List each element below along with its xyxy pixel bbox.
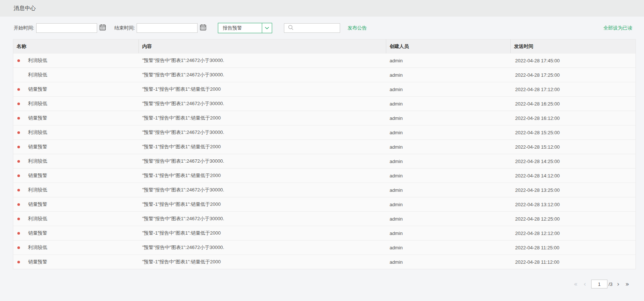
message-content: "预警-1"报告中"图表1":销量低于2000 [139, 226, 386, 240]
message-content: "预警"报告中"图表1":24672小于30000. [139, 68, 386, 82]
publish-announcement-link[interactable]: 发布公告 [347, 25, 367, 31]
message-time: 2022-04-28 13:12:00 [511, 197, 636, 211]
message-time: 2022-04-28 13:25:00 [511, 183, 636, 197]
message-content: "预警"报告中"图表1":24672小于30000. [139, 212, 386, 226]
message-time: 2022-04-28 17:25:00 [511, 68, 636, 82]
table-row[interactable]: 销量预警 "预警-1"报告中"图表1":销量低于2000 admin 2022-… [13, 111, 636, 125]
start-time-label: 开始时间: [14, 25, 34, 31]
end-time-calendar-button[interactable] [199, 24, 207, 32]
search-icon [288, 25, 294, 31]
message-content: "预警-1"报告中"图表1":销量低于2000 [139, 82, 386, 96]
message-content: "预警"报告中"图表1":24672小于30000. [139, 53, 386, 68]
message-creator: admin [386, 111, 511, 125]
column-header-creator: 创建人员 [386, 39, 511, 53]
message-name: 利润较低 [28, 215, 47, 222]
filter-bar: 开始时间: 结束时间: 报告预 [0, 17, 644, 33]
message-creator: admin [386, 53, 511, 68]
message-creator: admin [386, 212, 511, 226]
unread-dot [17, 103, 20, 105]
message-creator: admin [386, 197, 511, 211]
chevron-down-icon[interactable] [262, 23, 272, 33]
unread-dot [17, 146, 20, 148]
page-title: 消息中心 [14, 5, 36, 12]
message-content: "预警"报告中"图表1":24672小于30000. [139, 125, 386, 139]
table-header-row: 名称 内容 创建人员 发送时间 [13, 39, 636, 53]
table-row[interactable]: 销量预警 "预警-1"报告中"图表1":销量低于2000 admin 2022-… [13, 82, 636, 96]
message-name: 销量预警 [28, 259, 47, 265]
next-page-button[interactable]: › [617, 281, 620, 287]
unread-dot [17, 160, 20, 163]
column-header-name: 名称 [13, 39, 139, 53]
table-row[interactable]: 销量预警 "预警-1"报告中"图表1":销量低于2000 admin 2022-… [13, 226, 636, 240]
end-time-input[interactable] [137, 23, 198, 33]
table-row[interactable]: 利润较低 "预警"报告中"图表1":24672小于30000. admin 20… [13, 211, 636, 226]
column-header-content: 内容 [139, 39, 386, 53]
message-creator: admin [386, 97, 511, 111]
message-name: 利润较低 [28, 244, 47, 251]
end-time-label: 结束时间: [114, 25, 135, 31]
table-row[interactable]: 利润较低 "预警"报告中"图表1":24672小于30000. admin 20… [13, 183, 636, 197]
message-name: 销量预警 [28, 115, 47, 121]
calendar-icon [200, 24, 206, 32]
message-time: 2022-04-28 15:25:00 [511, 125, 636, 139]
page-number-input[interactable] [591, 280, 607, 288]
table-row[interactable]: 利润较低 "预警"报告中"图表1":24672小于30000. admin 20… [13, 53, 636, 68]
message-name: 销量预警 [28, 143, 47, 150]
message-type-select[interactable]: 报告预警 [218, 23, 272, 33]
message-name: 利润较低 [28, 158, 47, 165]
unread-dot [17, 189, 20, 191]
message-name: 利润较低 [28, 57, 47, 64]
message-creator: admin [386, 82, 511, 96]
message-table: 名称 内容 创建人员 发送时间 利润较低 "预警"报告中"图表1":24672小… [13, 39, 636, 269]
mark-all-read-link[interactable]: 全部设为已读 [603, 25, 632, 31]
message-time: 2022-04-28 16:12:00 [511, 111, 636, 125]
message-name: 利润较低 [28, 72, 47, 78]
message-creator: admin [386, 241, 511, 255]
message-time: 2022-04-28 15:12:00 [511, 140, 636, 154]
unread-dot [17, 59, 20, 62]
table-body: 利润较低 "预警"报告中"图表1":24672小于30000. admin 20… [13, 53, 636, 269]
table-row[interactable]: 销量预警 "预警-1"报告中"图表1":销量低于2000 admin 2022-… [13, 255, 636, 269]
message-creator: admin [386, 226, 511, 240]
message-name: 利润较低 [28, 100, 47, 107]
message-content: "预警-1"报告中"图表1":销量低于2000 [139, 169, 386, 183]
message-content: "预警-1"报告中"图表1":销量低于2000 [139, 140, 386, 154]
search-box[interactable] [284, 23, 340, 33]
message-creator: admin [386, 140, 511, 154]
message-creator: admin [386, 169, 511, 183]
message-content: "预警-1"报告中"图表1":销量低于2000 [139, 255, 386, 269]
unread-dot [17, 174, 20, 177]
message-content: "预警-1"报告中"图表1":销量低于2000 [139, 197, 386, 211]
unread-dot [17, 131, 20, 134]
message-name: 利润较低 [28, 129, 47, 136]
message-time: 2022-04-28 12:25:00 [511, 212, 636, 226]
table-row[interactable]: 利润较低 "预警"报告中"图表1":24672小于30000. admin 20… [13, 68, 636, 82]
message-time: 2022-04-28 17:45:00 [511, 53, 636, 68]
prev-page-button[interactable]: ‹ [583, 281, 586, 287]
message-creator: admin [386, 154, 511, 168]
unread-dot [17, 261, 20, 263]
start-time-calendar-button[interactable] [99, 24, 106, 32]
message-name: 销量预警 [28, 172, 47, 179]
message-name: 销量预警 [28, 86, 47, 93]
message-time: 2022-04-28 11:25:00 [511, 241, 636, 255]
column-header-time: 发送时间 [511, 39, 636, 53]
table-row[interactable]: 销量预警 "预警-1"报告中"图表1":销量低于2000 admin 2022-… [13, 139, 636, 154]
table-row[interactable]: 利润较低 "预警"报告中"图表1":24672小于30000. admin 20… [13, 96, 636, 111]
unread-dot [17, 88, 20, 91]
first-page-button[interactable]: « [574, 281, 578, 287]
table-row[interactable]: 利润较低 "预警"报告中"图表1":24672小于30000. admin 20… [13, 240, 636, 255]
table-row[interactable]: 利润较低 "预警"报告中"图表1":24672小于30000. admin 20… [13, 125, 636, 139]
pagination: « ‹ /3 › » [0, 280, 632, 288]
table-row[interactable]: 销量预警 "预警-1"报告中"图表1":销量低于2000 admin 2022-… [13, 168, 636, 183]
message-creator: admin [386, 183, 511, 197]
start-time-input[interactable] [36, 23, 97, 33]
message-name: 利润较低 [28, 187, 47, 193]
unread-dot [17, 232, 20, 235]
message-content: "预警"报告中"图表1":24672小于30000. [139, 241, 386, 255]
table-row[interactable]: 利润较低 "预警"报告中"图表1":24672小于30000. admin 20… [13, 154, 636, 168]
table-row[interactable]: 销量预警 "预警-1"报告中"图表1":销量低于2000 admin 2022-… [13, 197, 636, 211]
message-time: 2022-04-28 14:12:00 [511, 169, 636, 183]
last-page-button[interactable]: » [626, 281, 629, 287]
message-creator: admin [386, 68, 511, 82]
